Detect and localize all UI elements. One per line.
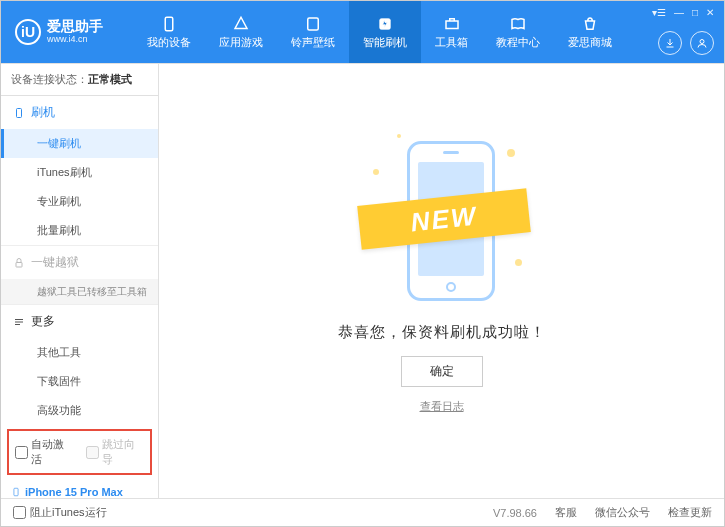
nav-tutorials[interactable]: 教程中心: [482, 1, 554, 63]
nav-apps-games[interactable]: 应用游戏: [205, 1, 277, 63]
sidebar-pro-flash[interactable]: 专业刷机: [1, 187, 158, 216]
nav-label: 工具箱: [435, 35, 468, 50]
device-name[interactable]: iPhone 15 Pro Max: [11, 485, 148, 498]
status-bar-footer: 阻止iTunes运行 V7.98.66 客服 微信公众号 检查更新: [1, 498, 724, 526]
options-highlight: 自动激活 跳过向导: [7, 429, 152, 475]
status-label: 设备连接状态：: [11, 73, 88, 85]
list-icon: [13, 316, 25, 328]
sidebar-head-label: 一键越狱: [31, 254, 79, 271]
nav-toolbox[interactable]: 工具箱: [421, 1, 482, 63]
sidebar-jailbreak-head[interactable]: 一键越狱: [1, 246, 158, 279]
success-message: 恭喜您，保资料刷机成功啦！: [338, 323, 546, 342]
sidebar: 设备连接状态：正常模式 刷机 一键刷机 iTunes刷机 专业刷机 批量刷机 一…: [1, 64, 159, 498]
nav-label: 智能刷机: [363, 35, 407, 50]
nav-label: 爱思商城: [568, 35, 612, 50]
logo-title: 爱思助手: [47, 19, 103, 34]
skip-guide-checkbox[interactable]: 跳过向导: [86, 437, 145, 467]
footer-support[interactable]: 客服: [555, 505, 577, 520]
user-icon[interactable]: [690, 31, 714, 55]
sidebar-head-label: 更多: [31, 313, 55, 330]
nav-smart-flash[interactable]: 智能刷机: [349, 1, 421, 63]
nav-ringtones-wallpapers[interactable]: 铃声壁纸: [277, 1, 349, 63]
apps-icon: [232, 15, 250, 33]
svg-rect-6: [16, 262, 22, 267]
download-icon[interactable]: [658, 31, 682, 55]
nav-label: 铃声壁纸: [291, 35, 335, 50]
auto-activate-checkbox[interactable]: 自动激活: [15, 437, 74, 467]
sidebar-itunes-flash[interactable]: iTunes刷机: [1, 158, 158, 187]
svg-rect-1: [308, 18, 319, 30]
footer-update[interactable]: 检查更新: [668, 505, 712, 520]
nav-label: 我的设备: [147, 35, 191, 50]
lock-icon: [13, 257, 25, 269]
svg-point-4: [700, 40, 704, 44]
sidebar-jailbreak-note: 越狱工具已转移至工具箱: [1, 279, 158, 304]
header-actions: [658, 31, 714, 55]
sidebar-more-head[interactable]: 更多: [1, 305, 158, 338]
footer-wechat[interactable]: 微信公众号: [595, 505, 650, 520]
phone-icon: [160, 15, 178, 33]
version-label: V7.98.66: [493, 507, 537, 519]
nav-label: 应用游戏: [219, 35, 263, 50]
minimize-icon[interactable]: —: [674, 7, 684, 18]
logo-icon: iU: [15, 19, 41, 45]
app-logo: iU 爱思助手 www.i4.cn: [15, 19, 103, 45]
svg-rect-5: [17, 108, 22, 117]
logo-url: www.i4.cn: [47, 35, 103, 45]
menu-icon[interactable]: ▾☰: [652, 7, 666, 18]
view-log-link[interactable]: 查看日志: [420, 399, 464, 414]
sidebar-flash-head[interactable]: 刷机: [1, 96, 158, 129]
success-illustration: NEW: [367, 129, 517, 309]
sidebar-other-tools[interactable]: 其他工具: [1, 338, 158, 367]
close-icon[interactable]: ✕: [706, 7, 714, 18]
sidebar-one-key-flash[interactable]: 一键刷机: [1, 129, 158, 158]
sidebar-download-firmware[interactable]: 下载固件: [1, 367, 158, 396]
new-badge: NEW: [409, 200, 479, 238]
store-icon: [581, 15, 599, 33]
nav-label: 教程中心: [496, 35, 540, 50]
tutorial-icon: [509, 15, 527, 33]
sidebar-batch-flash[interactable]: 批量刷机: [1, 216, 158, 245]
phone-small-icon: [13, 107, 25, 119]
svg-rect-7: [14, 488, 18, 496]
toolbox-icon: [443, 15, 461, 33]
svg-rect-0: [165, 17, 173, 31]
device-info: iPhone 15 Pro Max 512GB iPhone: [1, 479, 158, 498]
maximize-icon[interactable]: □: [692, 7, 698, 18]
media-icon: [304, 15, 322, 33]
nav-my-device[interactable]: 我的设备: [133, 1, 205, 63]
svg-rect-3: [446, 21, 458, 29]
body: 设备连接状态：正常模式 刷机 一键刷机 iTunes刷机 专业刷机 批量刷机 一…: [1, 63, 724, 498]
main-nav: 我的设备 应用游戏 铃声壁纸 智能刷机 工具箱 教程中心 爱思商城: [133, 1, 626, 63]
ok-button[interactable]: 确定: [401, 356, 483, 387]
sidebar-head-label: 刷机: [31, 104, 55, 121]
status-value: 正常模式: [88, 73, 132, 85]
sidebar-advanced[interactable]: 高级功能: [1, 396, 158, 425]
device-status: 设备连接状态：正常模式: [1, 64, 158, 96]
device-icon: [11, 485, 21, 498]
app-header: iU 爱思助手 www.i4.cn 我的设备 应用游戏 铃声壁纸 智能刷机 工具…: [1, 1, 724, 63]
main-content: NEW 恭喜您，保资料刷机成功啦！ 确定 查看日志: [159, 64, 724, 498]
block-itunes-checkbox[interactable]: 阻止iTunes运行: [13, 505, 107, 520]
window-controls: ▾☰ — □ ✕: [652, 7, 714, 18]
flash-icon: [376, 15, 394, 33]
nav-store[interactable]: 爱思商城: [554, 1, 626, 63]
